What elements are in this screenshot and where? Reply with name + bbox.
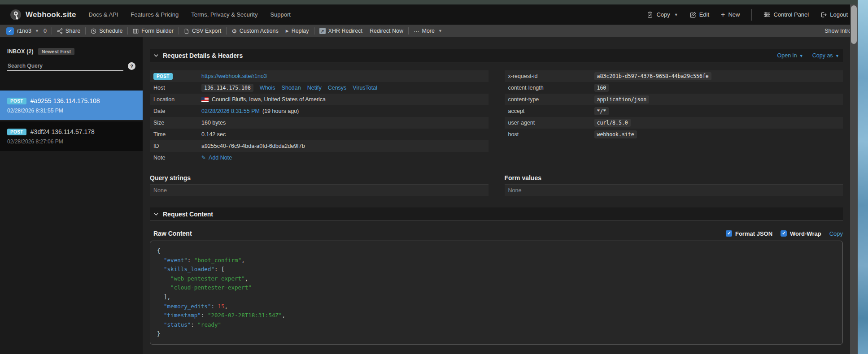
search-input[interactable] [7,61,123,71]
request-list-item[interactable]: POST #3df24 136.114.57.178 02/28/2026 8:… [0,121,143,151]
section-title: Request Details & Headers [163,52,243,59]
format-json-checkbox[interactable]: Format JSON [726,230,772,237]
content-section-header[interactable]: Request Content [150,207,843,221]
request-title: #a9255 136.114.175.108 [31,97,100,104]
caret-down-icon: ▼ [438,29,442,33]
host-ip-value: 136.114.175.108 [201,84,253,92]
header-name: host [508,131,594,138]
header-value: 160 [594,84,609,92]
netify-link[interactable]: Netify [307,85,322,91]
table-row: Size 160 bytes [150,117,489,129]
table-row: POST https://webhook.site/r1no3 [150,70,489,82]
scrollbar-thumb[interactable] [851,5,857,44]
toolbar-divider [52,27,52,35]
whois-link[interactable]: Whois [260,85,275,91]
logout-button[interactable]: Logout [820,11,848,18]
replay-button[interactable]: ▶ Replay [286,28,309,34]
top-navbar: Webhook.site Docs & API Features & Prici… [0,4,858,25]
csv-export-button[interactable]: CSV Export [184,28,221,34]
ellipsis-icon: ⋯ [414,28,419,35]
header-value: application/json [594,95,650,104]
section-title: Request Content [163,211,213,218]
format-json-label: Format JSON [735,230,772,237]
control-panel-button[interactable]: Control Panel [763,11,809,18]
header-name: content-type [508,96,594,103]
request-list-item[interactable]: POST #a9255 136.114.175.108 02/28/2026 8… [0,91,143,120]
header-value: a83c201b-d597-4376-9658-44ba29c556fe [594,72,711,80]
row-label: ID [153,143,201,149]
vertical-scrollbar[interactable] [850,4,858,354]
request-date: 02/28/2026 8:31:55 PM [7,108,135,114]
control-panel-label: Control Panel [773,11,809,18]
custom-actions-button[interactable]: ⚙ Custom Actions [231,28,279,35]
copy-content-link[interactable]: Copy [829,230,843,237]
edit-button[interactable]: Edit [690,11,709,18]
redirect-now-button[interactable]: Redirect Now [370,28,403,34]
row-label: Size [153,120,201,126]
nav-link-support[interactable]: Support [270,11,291,18]
copy-as-dropdown[interactable]: Copy as ▼ [812,52,839,59]
form-builder-button[interactable]: Form Builder [133,28,174,34]
table-row: user-agent curl/8.5.0 [505,117,843,129]
brand[interactable]: Webhook.site [10,9,76,21]
show-intro-link[interactable]: Show Intro [824,28,851,34]
gear-icon: ⚙ [231,28,237,35]
edit-label: Edit [699,11,709,18]
sort-order-badge[interactable]: Newest First [38,48,74,55]
row-label: Location [153,96,201,103]
table-row: accept */* [505,105,843,117]
request-headers-table: x-request-id a83c201b-d597-4376-9658-44b… [505,70,843,140]
date-link[interactable]: 02/28/2026 8:31:55 PM [201,108,260,114]
virustotal-link[interactable]: VirusTotal [353,85,377,91]
toolbar-divider [226,27,227,35]
word-wrap-checkbox[interactable]: Word-Wrap [781,230,821,237]
method-badge: POST [7,98,26,104]
toolbar-divider [314,27,314,35]
nav-link-docs[interactable]: Docs & API [89,11,118,18]
request-url-link[interactable]: https://webhook.site/r1no3 [201,73,267,79]
nav-link-terms[interactable]: Terms, Privacy & Security [191,11,257,18]
query-strings-section: Query strings None [150,174,489,196]
header-name: content-length [508,85,594,91]
table-row: Date 02/28/2026 8:31:55 PM (19 hours ago… [150,105,489,117]
share-icon [57,28,63,34]
add-note-link[interactable]: Add Note [209,155,232,161]
pencil-square-icon [690,12,696,18]
replay-label: Replay [292,28,309,34]
more-dropdown[interactable]: ⋯ More ▼ [414,28,442,35]
schedule-label: Schedule [99,28,122,34]
date-relative: (19 hours ago) [262,108,299,114]
details-section-header[interactable]: Request Details & Headers Open in ▼ Copy… [150,49,843,62]
share-button[interactable]: Share [57,28,80,34]
form-values-title: Form values [505,174,843,185]
row-label: Time [153,131,201,138]
header-value: */* [594,107,609,115]
row-label: Host [153,85,201,91]
request-title: #3df24 136.114.57.178 [31,128,95,135]
open-in-dropdown[interactable]: Open in ▼ [777,52,803,59]
pencil-icon: ✎ [201,155,206,161]
token-name: r1no3 [17,28,31,34]
header-name: accept [508,108,594,114]
nav-links: Docs & API Features & Pricing Terms, Pri… [89,11,291,18]
censys-link[interactable]: Censys [328,85,347,91]
us-flag-icon [201,97,209,102]
new-button[interactable]: + New [721,11,740,19]
help-icon[interactable]: ? [128,62,135,70]
request-details-table: POST https://webhook.site/r1no3 Host 136… [150,70,489,164]
caret-down-icon: ▼ [674,13,678,17]
shodan-link[interactable]: Shodan [282,85,301,91]
checkbox-icon [781,230,787,237]
new-label: New [728,11,740,18]
nav-link-pricing[interactable]: Features & Pricing [131,11,179,18]
table-row: x-request-id a83c201b-d597-4376-9658-44b… [505,70,843,82]
table-row: ID a9255c40-76c9-4bda-a0fd-6dbda2de9f7b [150,140,489,152]
header-name: user-agent [508,120,594,126]
share-label: Share [65,28,80,34]
copy-menu-button[interactable]: Copy ▼ [647,11,678,18]
sliders-icon [763,11,770,18]
token-dropdown[interactable]: r1no3 ▼ [17,28,39,34]
json-code[interactable]: { "event": "boot_confirm", "skills_loade… [150,241,843,345]
schedule-button[interactable]: Schedule [91,28,122,34]
xhr-redirect-button[interactable]: ↗ XHR Redirect [319,28,362,34]
